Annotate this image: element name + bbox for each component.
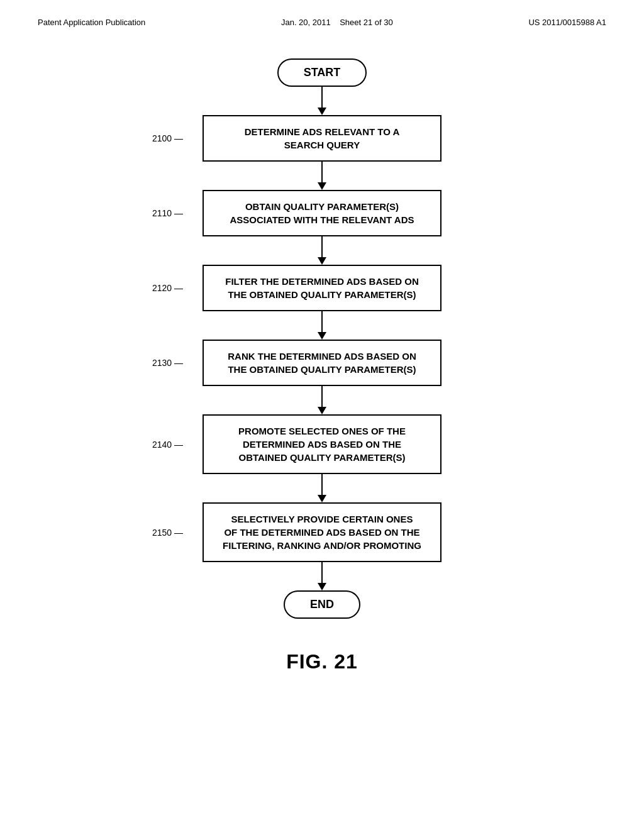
box-2150: SELECTIVELY PROVIDE CERTAIN ONESOF THE D… (203, 502, 441, 562)
header-right: US 2011/0015988 A1 (528, 18, 606, 27)
arrow-5 (318, 474, 326, 502)
box-2120: FILTER THE DETERMINED ADS BASED ONTHE OB… (203, 265, 441, 311)
label-2100: 2100 — (152, 133, 183, 143)
arrow-head (318, 182, 326, 190)
arrow-line (321, 236, 323, 257)
arrow-4 (318, 386, 326, 414)
arrow-line (321, 562, 323, 583)
row-2150: 2150 — SELECTIVELY PROVIDE CERTAIN ONESO… (133, 502, 511, 562)
page: Patent Application Publication Jan. 20, … (0, 0, 644, 830)
arrow-line (321, 162, 323, 182)
arrow-line (321, 311, 323, 332)
row-2120: 2120 — FILTER THE DETERMINED ADS BASED O… (133, 265, 511, 311)
label-2150: 2150 — (152, 528, 183, 538)
box-2100: DETERMINE ADS RELEVANT TO ASEARCH QUERY (203, 115, 441, 162)
sheet-info: Sheet 21 of 30 (340, 18, 393, 27)
arrow-2 (318, 236, 326, 265)
label-2140: 2140 — (152, 440, 183, 450)
end-oval: END (284, 590, 360, 619)
arrow-6 (318, 562, 326, 590)
arrow-0 (318, 87, 326, 115)
flowchart: START 2100 — DETERMINE ADS RELEVANT TO A… (0, 58, 644, 619)
arrow-1 (318, 162, 326, 190)
figure-label: FIG. 21 (0, 650, 644, 673)
arrow-head (318, 108, 326, 115)
header-left: Patent Application Publication (38, 18, 145, 27)
header: Patent Application Publication Jan. 20, … (0, 0, 644, 27)
row-2130: 2130 — RANK THE DETERMINED ADS BASED ONT… (133, 340, 511, 386)
box-2130: RANK THE DETERMINED ADS BASED ONTHE OBTA… (203, 340, 441, 386)
arrow-head (318, 332, 326, 340)
arrow-line (321, 386, 323, 407)
label-2120: 2120 — (152, 283, 183, 293)
row-2100: 2100 — DETERMINE ADS RELEVANT TO ASEARCH… (133, 115, 511, 162)
arrow-head (318, 257, 326, 265)
arrow-line (321, 87, 323, 108)
end-label: END (310, 598, 334, 611)
arrow-head (318, 407, 326, 414)
row-2110: 2110 — OBTAIN QUALITY PARAMETER(S)ASSOCI… (133, 190, 511, 236)
label-2110: 2110 — (152, 208, 183, 218)
patent-number: US 2011/0015988 A1 (528, 18, 606, 27)
arrow-3 (318, 311, 326, 340)
arrow-head (318, 495, 326, 502)
start-oval: START (277, 58, 367, 87)
box-2110: OBTAIN QUALITY PARAMETER(S)ASSOCIATED WI… (203, 190, 441, 236)
box-2140: PROMOTE SELECTED ONES OF THEDETERMINED A… (203, 414, 441, 474)
header-center: Jan. 20, 2011 Sheet 21 of 30 (281, 18, 393, 27)
arrow-head (318, 583, 326, 590)
publication-date: Jan. 20, 2011 (281, 18, 331, 27)
start-label: START (304, 66, 341, 79)
row-2140: 2140 — PROMOTE SELECTED ONES OF THEDETER… (133, 414, 511, 474)
label-2130: 2130 — (152, 358, 183, 368)
arrow-line (321, 474, 323, 495)
publication-label: Patent Application Publication (38, 18, 145, 27)
